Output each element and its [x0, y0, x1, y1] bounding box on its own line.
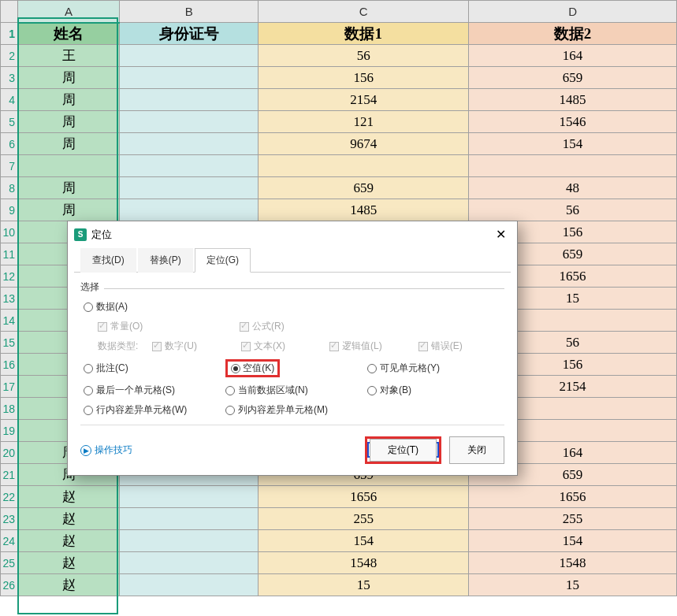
cell[interactable]: 周: [18, 89, 120, 111]
row-header[interactable]: 11: [1, 243, 18, 265]
row-header[interactable]: 18: [1, 398, 18, 420]
col-header-B[interactable]: B: [120, 1, 259, 23]
cell[interactable]: 姓名: [18, 23, 120, 45]
row-header[interactable]: 12: [1, 265, 18, 288]
cell[interactable]: 56: [259, 45, 469, 67]
row-header[interactable]: 5: [1, 111, 18, 133]
cell[interactable]: [120, 111, 259, 133]
opt-comment[interactable]: 批注(C): [84, 359, 225, 377]
row-header[interactable]: 20: [1, 442, 18, 464]
cell[interactable]: 1485: [469, 89, 677, 111]
col-header-D[interactable]: D: [469, 1, 677, 23]
row-header[interactable]: 25: [1, 552, 18, 574]
cell[interactable]: 48: [469, 177, 677, 199]
tip-link[interactable]: ▶操作技巧: [80, 443, 132, 457]
cell[interactable]: 164: [469, 45, 677, 67]
row-header[interactable]: 8: [1, 177, 18, 199]
opt-data[interactable]: 数据(A): [84, 300, 225, 314]
select-all-corner[interactable]: [1, 1, 18, 23]
cell[interactable]: 2154: [259, 89, 469, 111]
close-button[interactable]: 关闭: [449, 436, 504, 464]
cell[interactable]: 9674: [259, 133, 469, 155]
cell[interactable]: 154: [469, 133, 677, 155]
cell[interactable]: 659: [259, 177, 469, 199]
cell[interactable]: 周: [18, 177, 120, 199]
cell[interactable]: 周: [18, 67, 120, 89]
row-header[interactable]: 16: [1, 354, 18, 376]
cell[interactable]: [120, 89, 259, 111]
cell[interactable]: [469, 155, 677, 177]
cell[interactable]: [120, 45, 259, 67]
opt-blank[interactable]: 空值(K): [225, 359, 367, 377]
cell[interactable]: [120, 508, 259, 530]
ok-button[interactable]: 定位(T): [370, 439, 437, 462]
row-header[interactable]: 17: [1, 376, 18, 398]
cell[interactable]: [259, 155, 469, 177]
cell[interactable]: [120, 530, 259, 552]
opt-last[interactable]: 最后一个单元格(S): [84, 384, 225, 397]
row-header[interactable]: 10: [1, 221, 18, 243]
cell[interactable]: [120, 155, 259, 177]
cell[interactable]: 156: [259, 67, 469, 89]
cell[interactable]: 255: [259, 508, 469, 530]
cell[interactable]: 15: [259, 574, 469, 596]
cell[interactable]: 154: [469, 530, 677, 552]
cell[interactable]: 周: [18, 111, 120, 133]
opt-coldiff[interactable]: 列内容差异单元格(M): [225, 403, 367, 417]
cell[interactable]: 154: [259, 530, 469, 552]
cell[interactable]: 659: [469, 67, 677, 89]
tab-find[interactable]: 查找(D): [80, 248, 136, 273]
cell[interactable]: 1548: [469, 552, 677, 574]
cell[interactable]: 1656: [469, 486, 677, 508]
cell[interactable]: [120, 552, 259, 574]
cell[interactable]: [120, 177, 259, 199]
col-header-C[interactable]: C: [259, 1, 469, 23]
row-header[interactable]: 15: [1, 332, 18, 354]
row-header[interactable]: 24: [1, 530, 18, 552]
cell[interactable]: 121: [259, 111, 469, 133]
row-header[interactable]: 22: [1, 486, 18, 508]
row-header[interactable]: 14: [1, 310, 18, 332]
row-header[interactable]: 26: [1, 574, 18, 596]
row-header[interactable]: 21: [1, 464, 18, 486]
cell[interactable]: 周: [18, 133, 120, 155]
row-header[interactable]: 3: [1, 67, 18, 89]
row-header[interactable]: 7: [1, 155, 18, 177]
cell[interactable]: 赵: [18, 552, 120, 574]
cell[interactable]: [120, 486, 259, 508]
cell[interactable]: 数据2: [469, 23, 677, 45]
opt-visible[interactable]: 可见单元格(Y): [367, 359, 509, 377]
cell[interactable]: 赵: [18, 486, 120, 508]
row-header[interactable]: 1: [1, 23, 18, 45]
row-header[interactable]: 13: [1, 288, 18, 310]
dialog-titlebar[interactable]: S 定位 ✕: [68, 221, 517, 247]
cell[interactable]: 赵: [18, 574, 120, 596]
opt-object[interactable]: 对象(B): [367, 384, 509, 397]
cell[interactable]: 1548: [259, 552, 469, 574]
cell[interactable]: 身份证号: [120, 23, 259, 45]
cell[interactable]: 1546: [469, 111, 677, 133]
cell[interactable]: 56: [469, 199, 677, 221]
row-header[interactable]: 23: [1, 508, 18, 530]
cell[interactable]: 1656: [259, 486, 469, 508]
opt-rowdiff[interactable]: 行内容差异单元格(W): [84, 403, 225, 417]
cell[interactable]: [120, 67, 259, 89]
cell[interactable]: 255: [469, 508, 677, 530]
tab-replace[interactable]: 替换(P): [138, 248, 193, 273]
row-header[interactable]: 2: [1, 45, 18, 67]
tab-goto[interactable]: 定位(G): [195, 248, 251, 273]
cell[interactable]: 1485: [259, 199, 469, 221]
cell[interactable]: [18, 155, 120, 177]
row-header[interactable]: 9: [1, 199, 18, 221]
cell[interactable]: 15: [469, 574, 677, 596]
cell[interactable]: [120, 574, 259, 596]
cell[interactable]: [120, 133, 259, 155]
row-header[interactable]: 6: [1, 133, 18, 155]
cell[interactable]: [120, 199, 259, 221]
cell[interactable]: 周: [18, 199, 120, 221]
opt-region[interactable]: 当前数据区域(N): [225, 384, 367, 397]
close-icon[interactable]: ✕: [491, 225, 511, 243]
cell[interactable]: 赵: [18, 530, 120, 552]
row-header[interactable]: 4: [1, 89, 18, 111]
cell[interactable]: 数据1: [259, 23, 469, 45]
